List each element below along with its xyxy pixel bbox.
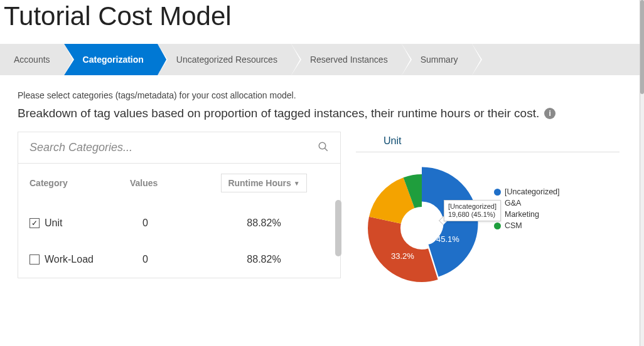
header-category[interactable]: Category [30, 178, 130, 188]
header-runtime-hours[interactable]: Runtime Hours ▼ [199, 174, 329, 192]
step-label: Reserved Instances [310, 55, 388, 65]
legend-swatch [494, 223, 501, 229]
slice-label-gna: 33.2% [391, 251, 414, 261]
svg-line-1 [325, 148, 328, 151]
table-header-row: Category Values Runtime Hours ▼ [18, 164, 340, 205]
sort-desc-icon: ▼ [294, 180, 300, 187]
slice-label-uncategorized: 45.1% [436, 234, 459, 244]
category-checkbox[interactable] [30, 254, 40, 265]
step-uncategorized-resources[interactable]: Uncategorized Resources [158, 44, 291, 75]
page-scrollbar-thumb[interactable] [640, 0, 644, 94]
tooltip-value: 19,680 (45.1%) [448, 211, 496, 219]
instruction-line-1: Please select categories (tags/metadata)… [18, 90, 622, 100]
chart-tooltip: [Uncategorized] 19,680 (45.1%) [444, 200, 501, 221]
info-icon[interactable]: i [544, 108, 555, 119]
search-row [18, 132, 340, 164]
donut-chart[interactable]: 45.1% 33.2% [Uncategorized] 19,680 (45.1… [356, 169, 488, 294]
legend-item[interactable]: G&A [494, 199, 560, 207]
category-name: Unit [45, 218, 62, 229]
step-label: Summary [421, 55, 458, 65]
legend-swatch [494, 189, 501, 196]
step-label: Uncategorized Resources [176, 55, 277, 65]
category-checkbox[interactable]: ✓ [30, 218, 40, 228]
table-scrollbar[interactable] [335, 200, 341, 256]
legend-item[interactable]: [Uncategorized] [494, 187, 560, 196]
instruction-line-2: Breakdown of tag values based on proport… [18, 107, 622, 120]
step-label: Accounts [14, 55, 50, 65]
category-runtime: 88.82% [199, 218, 329, 229]
legend-label: [Uncategorized] [505, 187, 560, 196]
chart-legend: [Uncategorized] G&A Marketing CSM [494, 187, 560, 233]
step-accounts[interactable]: Accounts [0, 44, 64, 75]
step-categorization[interactable]: Categorization [64, 44, 158, 75]
step-reserved-instances[interactable]: Reserved Instances [291, 44, 402, 75]
step-summary[interactable]: Summary [402, 44, 472, 75]
search-input[interactable] [30, 141, 318, 154]
header-values[interactable]: Values [130, 178, 199, 188]
category-values: 0 [130, 218, 199, 229]
wizard-steps: Accounts Categorization Uncategorized Re… [0, 44, 640, 75]
table-row[interactable]: ✓ Unit 0 88.82% [18, 205, 340, 241]
legend-item[interactable]: Marketing [494, 210, 560, 219]
tooltip-label: [Uncategorized] [448, 202, 496, 211]
chart-title: Unit [356, 132, 620, 152]
legend-label: G&A [505, 199, 521, 207]
legend-label: CSM [505, 221, 522, 230]
donut-center-hole [416, 222, 438, 244]
chart-panel: Unit 45.1 [353, 132, 622, 294]
instruction-text: Breakdown of tag values based on proport… [18, 107, 539, 120]
table-body: ✓ Unit 0 88.82% Work-Load 0 88.82% [18, 205, 340, 278]
categories-table: Category Values Runtime Hours ▼ ✓ Unit [18, 132, 341, 278]
svg-point-0 [319, 142, 326, 149]
legend-label: Marketing [505, 210, 539, 219]
page-scrollbar-track[interactable] [640, 0, 644, 346]
step-label: Categorization [83, 55, 144, 65]
category-values: 0 [130, 254, 199, 265]
category-name: Work-Load [45, 254, 94, 265]
search-icon[interactable] [318, 141, 329, 154]
table-row[interactable]: Work-Load 0 88.82% [18, 241, 340, 278]
page-title: Tutorial Cost Model [0, 0, 640, 44]
legend-item[interactable]: CSM [494, 221, 560, 230]
category-runtime: 88.82% [199, 254, 329, 265]
header-runtime-label: Runtime Hours [228, 178, 291, 188]
